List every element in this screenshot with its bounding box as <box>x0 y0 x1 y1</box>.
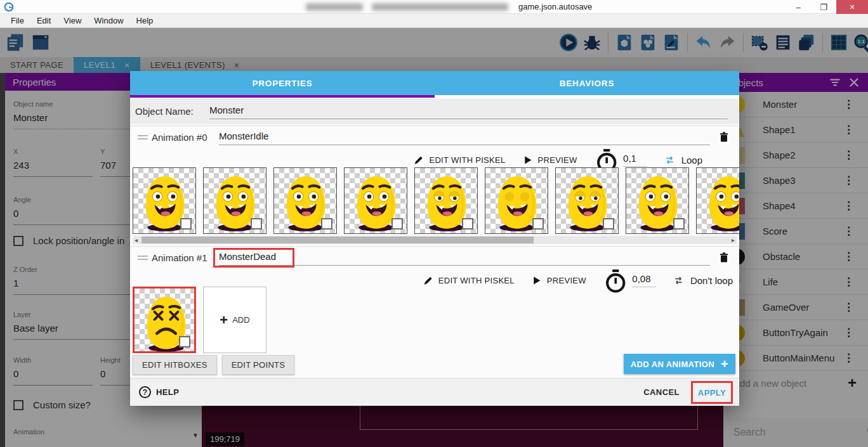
loop-toggle[interactable]: Loop <box>664 154 702 166</box>
scrollbar-thumb[interactable] <box>141 236 534 243</box>
active-tab-underline <box>130 95 435 98</box>
tab-properties[interactable]: PROPERTIES <box>130 71 435 95</box>
annotation-box-apply: APPLY <box>691 381 733 404</box>
menu-edit[interactable]: Edit <box>31 15 56 27</box>
preview-button[interactable]: PREVIEW <box>522 155 577 165</box>
animation-0-title: Animation #0 <box>152 132 207 143</box>
help-button[interactable]: ? HELP <box>139 386 179 398</box>
frame-corner-box <box>321 218 332 230</box>
animation-1-name-input[interactable]: MonsterDead <box>219 249 710 266</box>
play-triangle-icon <box>522 155 533 165</box>
add-an-animation-button[interactable]: ADD AN ANIMATION + <box>624 354 735 374</box>
animation-frame-half[interactable] <box>555 167 619 234</box>
pencil-icon <box>413 155 424 165</box>
menu-file[interactable]: File <box>5 15 30 27</box>
edit-with-piskel-button[interactable]: EDIT WITH PISKEL <box>423 275 515 286</box>
close-button[interactable]: × <box>836 0 868 14</box>
pencil-icon <box>423 275 433 286</box>
minimize-button[interactable]: – <box>786 0 811 14</box>
drag-handle-icon[interactable] <box>138 135 148 141</box>
animation-frame-half[interactable] <box>414 167 478 234</box>
animation-1-title: Animation #1 <box>152 252 207 263</box>
animation-frame-dead[interactable] <box>133 287 196 353</box>
frame-corner-box <box>180 218 192 230</box>
animation-frame-open[interactable] <box>203 167 266 234</box>
redacted-title-segment <box>306 3 363 11</box>
dialog-tab-bar: PROPERTIES BEHAVIORS <box>130 71 739 95</box>
plus-icon: + <box>721 357 728 372</box>
add-frame-button[interactable]: + ADD <box>203 287 266 353</box>
animation-0-frames-strip <box>133 167 739 235</box>
scroll-left-arrow-icon[interactable]: ◂ <box>135 236 138 244</box>
loop-toggle[interactable]: Don't loop <box>673 275 733 287</box>
frame-corner-box <box>391 218 403 230</box>
animation-frame-open[interactable] <box>273 167 337 234</box>
frame-corner-box <box>179 336 190 347</box>
animation-1-frames-strip: + ADD <box>133 287 739 354</box>
edit-hitboxes-button[interactable]: EDIT HITBOXES <box>133 355 217 375</box>
delete-animation-0-icon[interactable] <box>718 131 730 145</box>
animation-frame-open[interactable] <box>344 167 407 234</box>
frame-corner-box <box>673 218 685 230</box>
window-title-text: game.json.autosave <box>518 2 592 11</box>
edit-points-button[interactable]: EDIT POINTS <box>222 355 295 375</box>
animation-frame-open[interactable] <box>133 167 196 234</box>
redacted-title-segment <box>372 3 508 11</box>
animation-1-header-row: Animation #1 MonsterDead <box>130 246 739 269</box>
animation-0-header-row: Animation #0 MonsterIdle <box>130 126 739 148</box>
edit-with-piskel-button[interactable]: EDIT WITH PISKEL <box>413 155 505 165</box>
dialog-footer: ? HELP CANCEL APPLY <box>130 378 739 406</box>
cancel-button[interactable]: CANCEL <box>637 382 686 402</box>
plus-icon: + <box>220 314 228 326</box>
drag-handle-icon[interactable] <box>138 256 148 262</box>
menu-help[interactable]: Help <box>131 15 159 27</box>
tab-behaviors[interactable]: BEHAVIORS <box>435 71 739 95</box>
preview-button[interactable]: PREVIEW <box>531 275 586 286</box>
animation-frame-open[interactable] <box>626 167 689 234</box>
apply-button[interactable]: APPLY <box>698 388 726 398</box>
menu-bar: FileEditViewWindowHelp <box>0 14 868 28</box>
animation-frame-open[interactable] <box>696 167 739 234</box>
dialog-object-name-input[interactable]: Monster <box>209 103 728 119</box>
dialog-object-name-label: Object Name: <box>135 106 194 117</box>
frame-corner-box <box>532 218 544 230</box>
play-triangle-icon <box>531 275 542 286</box>
frame-corner-box <box>251 218 262 230</box>
object-editor-dialog: PROPERTIES BEHAVIORS Object Name: Monste… <box>130 71 739 406</box>
object-name-row: Object Name: Monster <box>130 99 739 124</box>
scroll-right-arrow-icon[interactable]: ▸ <box>732 236 735 244</box>
title-bar: game.json.autosave – ❐ × <box>0 0 868 14</box>
loop-icon <box>664 154 676 166</box>
delete-animation-1-icon[interactable] <box>718 251 730 265</box>
restore-button[interactable]: ❐ <box>811 0 836 14</box>
frame-corner-box <box>603 218 614 230</box>
gdevelop-logo-icon <box>4 2 14 12</box>
window-title: game.json.autosave <box>306 2 592 11</box>
menu-window[interactable]: Window <box>88 15 129 27</box>
question-mark-icon: ? <box>139 386 151 398</box>
loop-icon <box>673 275 685 287</box>
frames-horizontal-scrollbar[interactable]: ◂ ▸ <box>133 236 737 244</box>
menu-view[interactable]: View <box>58 15 87 27</box>
animation-frame-closed[interactable] <box>485 167 548 234</box>
gdevelop-window: game.json.autosave – ❐ × FileEditViewWin… <box>0 0 868 447</box>
animation-0-name-input[interactable]: MonsterIdle <box>219 129 710 145</box>
frame-corner-box <box>462 218 473 230</box>
